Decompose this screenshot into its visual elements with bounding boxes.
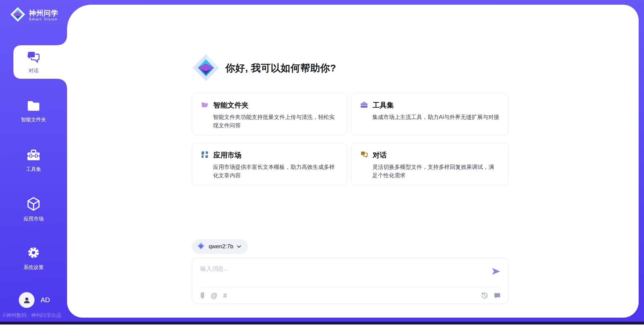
message-composer: @ # <box>192 258 508 304</box>
send-button[interactable] <box>491 267 501 275</box>
app-subtitle: Smart Vision <box>29 17 58 21</box>
folder-icon <box>26 99 41 114</box>
toolbox-icon <box>26 148 41 164</box>
card-smart-folder[interactable]: 智能文件夹 智能文件夹功能支持批量文件上传与清洗，轻松实现文件问答 <box>192 93 347 135</box>
grid-icon <box>201 151 209 160</box>
main-panel: 你好, 我可以如何帮助你? 智能文件夹 智能文件夹功能支持批量文件上传与清洗，轻… <box>67 5 639 318</box>
model-diamond-icon <box>197 242 205 252</box>
card-chat[interactable]: 对话 灵活切换多模型文件，支持多样回复效果调试，满足个性化需求 <box>351 143 508 185</box>
chat-icon <box>26 50 41 66</box>
sidebar-item-label: 应用市场 <box>23 216 44 222</box>
card-title: 工具集 <box>373 101 394 110</box>
sidebar-item-label: 系统设置 <box>23 264 44 271</box>
sidebar-item-toolset[interactable]: 工具集 <box>0 148 67 174</box>
card-title: 对话 <box>373 150 387 160</box>
brand-diamond-logo <box>192 54 220 83</box>
card-description: 集成市场上主流工具，助力AI与外界无缝扩展与对接 <box>372 113 499 121</box>
sidebar-item-app-market[interactable]: 应用市场 <box>0 196 67 222</box>
card-app-market[interactable]: 应用市场 应用市场提供丰富长文本模板，助力高效生成多样化文章内容 <box>192 143 347 185</box>
app-logo: 神州问学 Smart Vision <box>10 7 58 23</box>
sidebar-item-label: 工具集 <box>26 166 41 173</box>
sidebar-item-chat[interactable]: 对话 <box>0 45 67 79</box>
model-selector[interactable]: qwen2:7b <box>192 239 248 254</box>
card-description: 灵活切换多模型文件，支持多样回复效果调试，满足个性化需求 <box>372 163 499 180</box>
card-title: 应用市场 <box>213 150 241 160</box>
copyright-text: ©神州数码 · 神州问学出品 <box>3 312 61 319</box>
folder-icon <box>201 101 209 110</box>
model-name: qwen2:7b <box>209 243 233 250</box>
sidebar: 神州问学 Smart Vision 对话 智能文件夹 <box>0 0 67 325</box>
card-title: 智能文件夹 <box>213 101 249 110</box>
greeting-row: 你好, 我可以如何帮助你? <box>192 54 336 83</box>
feature-cards: 智能文件夹 智能文件夹功能支持批量文件上传与清洗，轻松实现文件问答 <box>192 93 508 185</box>
user-name: AD <box>41 296 50 304</box>
sidebar-item-label: 对话 <box>29 68 39 74</box>
card-description: 应用市场提供丰富长文本模板，助力高效生成多样化文章内容 <box>213 163 338 180</box>
hashtag-icon[interactable]: # <box>223 292 227 300</box>
app-title: 神州问学 <box>29 9 58 17</box>
sidebar-item-settings[interactable]: 系统设置 <box>0 245 67 271</box>
cube-icon <box>26 196 41 213</box>
greeting-text: 你好, 我可以如何帮助你? <box>225 62 336 75</box>
user-account[interactable]: AD <box>19 292 50 308</box>
toolbox-icon <box>360 101 368 110</box>
card-toolset[interactable]: 工具集 集成市场上主流工具，助力AI与外界无缝扩展与对接 <box>351 93 508 135</box>
card-description: 智能文件夹功能支持批量文件上传与清洗，轻松实现文件问答 <box>213 113 338 130</box>
mention-icon[interactable]: @ <box>211 292 217 300</box>
window-bottom-strip <box>0 322 644 324</box>
attachment-icon[interactable] <box>200 292 205 299</box>
message-input[interactable] <box>200 265 482 285</box>
gear-icon <box>26 245 41 262</box>
sidebar-item-smart-folder[interactable]: 智能文件夹 <box>0 99 67 125</box>
history-icon[interactable] <box>481 292 488 299</box>
avatar <box>19 292 35 308</box>
sidebar-item-label: 智能文件夹 <box>21 117 46 123</box>
logo-diamond-icon <box>10 7 25 23</box>
chevron-down-icon <box>237 244 241 250</box>
chat-icon <box>360 151 368 160</box>
chat-bubble-icon[interactable] <box>494 292 501 299</box>
